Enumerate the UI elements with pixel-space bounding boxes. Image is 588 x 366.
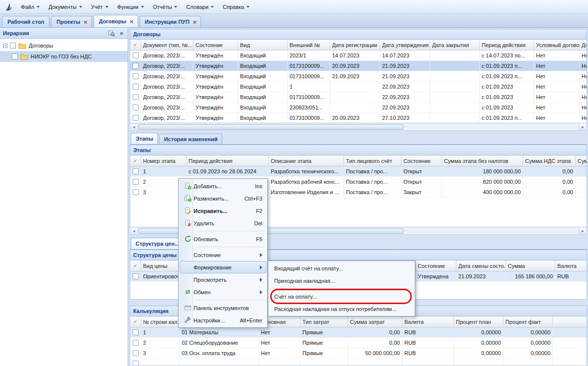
- row-checkbox[interactable]: [133, 273, 139, 279]
- search-icon[interactable]: [107, 29, 115, 37]
- menu-item-settings[interactable]: Настройки...Alt+Enter: [180, 314, 266, 326]
- column-header[interactable]: Валюта: [402, 316, 454, 327]
- column-header[interactable]: Внешний №: [288, 40, 330, 50]
- column-header[interactable]: Состояние: [416, 261, 456, 271]
- menu-item-incoming-waybill[interactable]: Приходная накладная...: [269, 274, 414, 287]
- column-header[interactable]: Условный договор: [534, 40, 580, 50]
- scroll-left-icon[interactable]: ◄: [130, 228, 138, 234]
- tree-node-checkbox[interactable]: [10, 43, 16, 49]
- column-header[interactable]: Вид: [238, 40, 288, 50]
- column-header[interactable]: Вид цены: [141, 261, 182, 271]
- tab-stages[interactable]: Этапы: [131, 133, 158, 144]
- table-row[interactable]: Договор, 2023/...УтверждёнВходящий017310…: [130, 92, 587, 103]
- collapse-node-icon[interactable]: [3, 44, 7, 48]
- column-header[interactable]: Период действия: [480, 40, 534, 50]
- menu-dictionaries[interactable]: Словари: [182, 2, 218, 12]
- menu-item-payment-invoice[interactable]: Счёт на оплату...: [269, 290, 414, 303]
- menu-file[interactable]: Файл: [17, 2, 44, 12]
- row-checkbox[interactable]: [133, 115, 139, 121]
- tab-pup-instructions[interactable]: Инструкции ПУП×: [140, 16, 201, 27]
- row-checkbox[interactable]: [133, 105, 139, 110]
- column-header[interactable]: До...: [580, 40, 587, 50]
- tree-node-checkbox[interactable]: [12, 53, 18, 59]
- menu-item-edit[interactable]: Исправить...F2: [180, 205, 266, 217]
- row-checkbox[interactable]: [133, 361, 139, 366]
- row-checkbox[interactable]: [133, 94, 139, 100]
- menu-item-add[interactable]: Добавить...Ins: [180, 180, 266, 192]
- column-header[interactable]: Сумма затрат: [348, 316, 402, 327]
- menu-item-delete[interactable]: УдалитьDel: [180, 217, 266, 229]
- scrollbar-thumb[interactable]: [139, 124, 403, 130]
- tab-price-structure[interactable]: Структура цен...: [131, 238, 184, 249]
- scroll-right-icon[interactable]: ►: [579, 124, 587, 130]
- horizontal-scrollbar[interactable]: ◄ ►: [130, 123, 587, 131]
- menu-functions[interactable]: Функции: [113, 2, 148, 12]
- column-header[interactable]: Сумма НДС этапа: [523, 156, 576, 166]
- tree-node-contracts[interactable]: Договоры: [0, 40, 128, 51]
- table-row[interactable]: Договор, 2023/...УтверждёнВходящий230823…: [130, 103, 587, 113]
- column-header[interactable]: Тип лицевого счёт: [344, 156, 401, 166]
- menu-item-duplicate[interactable]: Размножить...Ctrl+F3: [180, 192, 266, 205]
- column-header[interactable]: Состояние: [194, 40, 238, 50]
- table-row[interactable]: 1с 01.09.2023 по 28.06.2024Разработка те…: [130, 166, 587, 177]
- row-checkbox[interactable]: [133, 179, 139, 185]
- column-header[interactable]: Сумма этапа без налогов: [442, 156, 523, 166]
- row-checkbox[interactable]: [133, 340, 139, 346]
- table-row[interactable]: 303 Осн. оплата трудаНетПрямые50 000 000…: [130, 348, 587, 359]
- table-row[interactable]: Договор, 2023/...УтверждёнВходящий2023/1…: [130, 51, 587, 61]
- menu-item-toolbar-panel[interactable]: Панель инструментов: [180, 302, 266, 314]
- column-header[interactable]: Валюта: [555, 261, 587, 271]
- tree-node-niokr-goz[interactable]: НИОКР по ГОЗ без НДС: [0, 51, 128, 62]
- select-all-checkbox-header[interactable]: ✓: [130, 316, 141, 327]
- menu-reports[interactable]: Отчёты: [149, 2, 181, 12]
- column-header[interactable]: Дата смены состо...: [456, 261, 506, 271]
- close-icon[interactable]: ×: [130, 18, 134, 25]
- menu-help[interactable]: Справка: [219, 2, 253, 12]
- row-checkbox[interactable]: [133, 52, 139, 58]
- table-row[interactable]: Договор, 2023/...УтверждёнВходящий017310…: [130, 61, 587, 71]
- column-header[interactable]: Номер этапа: [141, 156, 187, 166]
- select-all-checkbox-header[interactable]: ✓: [130, 261, 141, 271]
- tab-projects[interactable]: Проекты×: [51, 16, 92, 27]
- row-checkbox[interactable]: [133, 189, 139, 195]
- menu-item-refresh[interactable]: ОбновитьF5: [180, 233, 266, 245]
- menu-item-exchange[interactable]: Обмен: [180, 286, 266, 298]
- tab-contracts[interactable]: Договоры×: [94, 15, 138, 27]
- menu-item-formation[interactable]: Формирование: [180, 261, 266, 273]
- column-header[interactable]: Дата закрытия: [430, 40, 480, 50]
- table-row[interactable]: Договор, 2023/...УтверждёнВходящий017310…: [130, 71, 587, 82]
- row-checkbox[interactable]: [133, 168, 139, 174]
- column-header[interactable]: Процент факт: [503, 316, 553, 327]
- table-row[interactable]: Договор, 2023/...УтверждёнВходящий122.09…: [130, 82, 587, 92]
- column-header[interactable]: Описание этапа: [269, 156, 344, 166]
- column-header[interactable]: Сумма эт...: [576, 156, 587, 166]
- scroll-right-icon[interactable]: ►: [579, 228, 587, 234]
- menu-item-state[interactable]: Состояние: [180, 249, 266, 261]
- menu-item-incoming-payment-invoice[interactable]: Входящий счёт на оплату...: [269, 262, 414, 274]
- tab-change-history[interactable]: История изменений: [159, 134, 222, 144]
- row-checkbox[interactable]: [133, 350, 139, 356]
- column-header[interactable]: Документ (тип, №...: [141, 40, 194, 50]
- table-row[interactable]: 101 МатериалыНетПрямые0,00RUB0,000000,00…: [130, 327, 587, 338]
- select-all-checkbox-header[interactable]: ✓: [130, 156, 141, 166]
- column-header[interactable]: Сумма: [506, 261, 555, 271]
- column-header[interactable]: Дата утверждения: [380, 40, 430, 50]
- close-icon[interactable]: ×: [193, 19, 197, 25]
- close-icon[interactable]: ×: [84, 19, 88, 25]
- row-checkbox[interactable]: [133, 84, 139, 90]
- scroll-left-icon[interactable]: ◄: [130, 124, 138, 130]
- column-header[interactable]: Состояние: [401, 156, 442, 166]
- tab-desktop[interactable]: Рабочий стол: [2, 16, 49, 27]
- select-all-checkbox-header[interactable]: ✓: [130, 40, 141, 50]
- collapse-panel-icon[interactable]: «: [117, 29, 126, 37]
- table-row[interactable]: [130, 359, 587, 366]
- column-header[interactable]: Период действия: [187, 156, 269, 166]
- row-checkbox[interactable]: [133, 73, 139, 79]
- column-header[interactable]: № строки кал...: [141, 316, 180, 327]
- menu-item-outgoing-consumer-waybill[interactable]: Расходная накладная на отпуск потребител…: [269, 303, 414, 315]
- row-checkbox[interactable]: [133, 63, 139, 69]
- row-checkbox[interactable]: [133, 329, 139, 335]
- menu-item-view[interactable]: Просмотреть: [180, 273, 266, 286]
- column-header[interactable]: Процент план: [454, 316, 503, 327]
- table-row[interactable]: 202 СпецоборудованиеНетПрямые0,00RUB0,00…: [130, 338, 587, 348]
